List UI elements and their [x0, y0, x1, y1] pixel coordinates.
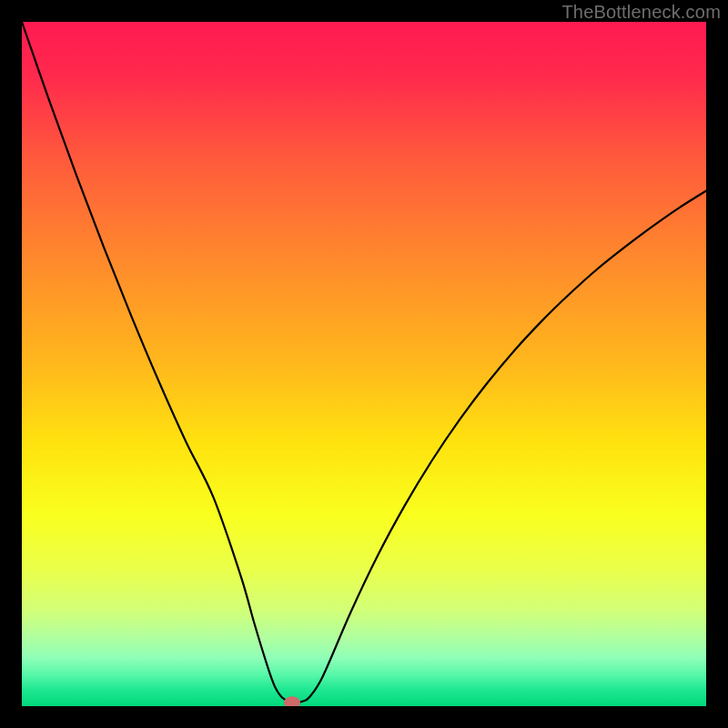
chart-stage: TheBottleneck.com [0, 0, 728, 728]
minimum-marker [284, 696, 300, 706]
curve-layer [22, 22, 706, 706]
watermark-text: TheBottleneck.com [561, 2, 721, 23]
bottleneck-curve [22, 22, 706, 703]
plot-area [22, 22, 706, 706]
